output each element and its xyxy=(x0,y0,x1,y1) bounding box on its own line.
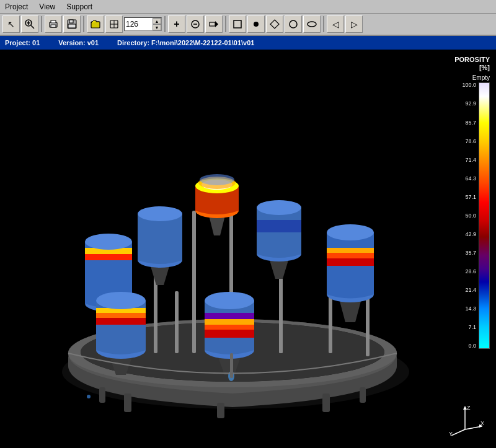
svg-point-19 xyxy=(254,22,259,27)
legend-value-5: 64.3 xyxy=(465,176,476,182)
toolbar-btn-ellipse[interactable] xyxy=(303,15,321,33)
legend-value-13: 7.1 xyxy=(468,325,476,330)
toolbar-sep-1 xyxy=(41,16,42,32)
axis-indicator: Z Y X xyxy=(446,405,484,436)
svg-rect-9 xyxy=(68,24,76,28)
toolbar-save-btn[interactable] xyxy=(63,15,81,33)
svg-rect-57 xyxy=(257,220,301,232)
scene-svg xyxy=(0,50,496,448)
legend-color-bar xyxy=(479,82,490,349)
svg-rect-72 xyxy=(205,318,254,325)
color-legend: POROSITY[%] Empty 100.092.985.778.671.46… xyxy=(440,56,490,349)
svg-rect-70 xyxy=(205,328,254,338)
svg-rect-35 xyxy=(360,387,366,403)
toolbar-sep-4 xyxy=(225,16,226,32)
svg-point-58 xyxy=(257,200,301,215)
infobar: Project: 01 Version: v01 Directory: F:\m… xyxy=(0,36,496,50)
svg-point-76 xyxy=(87,395,91,398)
legend-value-11: 21.4 xyxy=(465,288,476,293)
svg-point-53 xyxy=(85,234,132,250)
svg-text:X: X xyxy=(480,420,484,426)
legend-value-10: 28.6 xyxy=(465,269,476,275)
legend-title: POROSITY[%] xyxy=(454,56,490,72)
legend-empty-label: Empty xyxy=(472,74,490,81)
legend-value-labels: 100.092.985.778.671.464.357.150.042.935.… xyxy=(462,82,476,349)
svg-rect-6 xyxy=(51,25,56,27)
toolbar: ↖ ▲ ▼ + xyxy=(0,14,496,36)
svg-line-81 xyxy=(465,426,482,429)
toolbar-nav-btn[interactable] xyxy=(105,15,123,33)
toolbar-btn-dot[interactable] xyxy=(247,15,265,33)
infobar-version: Version: v01 xyxy=(58,39,99,46)
svg-rect-16 xyxy=(210,22,215,26)
toolbar-btn-arrows[interactable] xyxy=(205,15,223,33)
svg-rect-60 xyxy=(327,257,374,266)
svg-rect-5 xyxy=(51,20,56,23)
legend-value-6: 57.1 xyxy=(465,195,476,200)
svg-rect-33 xyxy=(322,393,330,412)
svg-rect-32 xyxy=(217,403,224,418)
toolbar-spin-up[interactable]: ▲ xyxy=(153,18,161,24)
toolbar-btn-circle[interactable] xyxy=(187,15,204,33)
legend-bar-container: 100.092.985.778.671.464.357.150.042.935.… xyxy=(462,82,490,349)
toolbar-btn-plus[interactable]: + xyxy=(168,15,185,33)
legend-value-8: 42.9 xyxy=(465,232,476,237)
svg-point-55 xyxy=(138,206,182,221)
viewport[interactable]: POROSITY[%] Empty 100.092.985.778.671.46… xyxy=(0,50,496,448)
svg-marker-17 xyxy=(215,21,218,27)
toolbar-btn-prev[interactable]: ◁ xyxy=(327,15,344,33)
menu-support[interactable]: Support xyxy=(64,1,95,12)
svg-text:Z: Z xyxy=(467,405,471,411)
svg-point-22 xyxy=(308,22,316,27)
legend-value-0: 100.0 xyxy=(462,82,476,88)
toolbar-spin-down[interactable]: ▼ xyxy=(153,24,161,30)
legend-value-4: 71.4 xyxy=(465,157,476,163)
toolbar-btn-next[interactable]: ▷ xyxy=(345,15,363,33)
toolbar-btn-box[interactable] xyxy=(229,15,246,33)
svg-point-74 xyxy=(205,292,254,309)
toolbar-sep-5 xyxy=(323,16,324,32)
menubar: Project View Support xyxy=(0,0,496,14)
legend-value-12: 14.3 xyxy=(465,306,476,312)
legend-value-1: 92.9 xyxy=(465,101,476,107)
toolbar-btn-circle2[interactable] xyxy=(285,15,302,33)
toolbar-value-input-wrap: ▲ ▼ xyxy=(124,17,162,31)
toolbar-sep-2 xyxy=(83,16,84,32)
legend-value-9: 35.7 xyxy=(465,250,476,256)
toolbar-cursor-btn[interactable]: ↖ xyxy=(2,15,20,33)
legend-value-3: 78.6 xyxy=(465,139,476,144)
svg-rect-34 xyxy=(99,387,105,403)
svg-rect-43 xyxy=(175,291,179,353)
svg-text:Y: Y xyxy=(449,431,453,436)
toolbar-btn-diamond[interactable] xyxy=(266,15,283,33)
svg-point-21 xyxy=(290,20,297,28)
menu-project[interactable]: Project xyxy=(2,1,30,12)
toolbar-zoom-btn[interactable] xyxy=(21,15,38,33)
svg-marker-20 xyxy=(270,20,279,29)
svg-line-80 xyxy=(451,429,465,436)
svg-rect-18 xyxy=(234,20,241,28)
svg-line-1 xyxy=(31,25,34,29)
svg-rect-77 xyxy=(230,353,233,378)
infobar-directory: Directory: F:\moni\2022\M-22122-01\01\v0… xyxy=(117,39,254,46)
toolbar-sep-3 xyxy=(164,16,166,32)
svg-point-63 xyxy=(327,224,374,240)
infobar-project: Project: 01 xyxy=(5,39,40,46)
legend-value-7: 50.0 xyxy=(465,213,476,219)
svg-rect-31 xyxy=(124,393,131,412)
svg-rect-38 xyxy=(192,211,196,353)
svg-rect-62 xyxy=(327,248,374,253)
toolbar-spinners: ▲ ▼ xyxy=(153,18,161,30)
svg-point-68 xyxy=(96,292,146,309)
toolbar-value-input[interactable] xyxy=(125,18,153,30)
legend-value-2: 85.7 xyxy=(465,120,476,126)
menu-view[interactable]: View xyxy=(37,1,58,12)
toolbar-print-btn[interactable] xyxy=(45,15,62,33)
legend-value-14: 0.0 xyxy=(468,343,476,349)
svg-rect-73 xyxy=(205,313,254,319)
toolbar-open-btn[interactable] xyxy=(87,15,104,33)
svg-rect-8 xyxy=(69,20,73,23)
svg-point-49 xyxy=(200,174,234,185)
svg-rect-44 xyxy=(279,291,283,353)
